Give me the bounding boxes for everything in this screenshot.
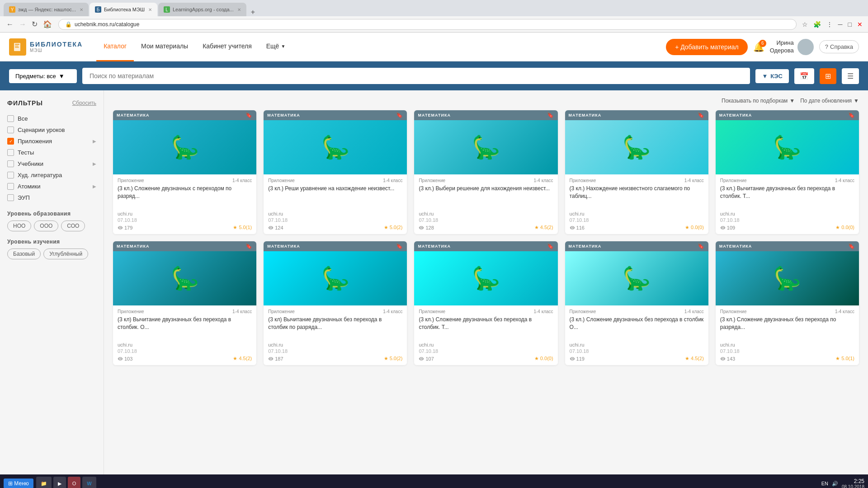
card-category-5: МАТЕМАТИКА 🔖 [113, 241, 256, 251]
filter-checkbox-eup[interactable] [7, 194, 14, 201]
tab-close-1[interactable]: ✕ [80, 7, 83, 12]
add-material-button[interactable]: + Добавить материал [666, 39, 748, 55]
sort-by-date-button[interactable]: По дате обновления ▼ [800, 98, 859, 104]
view-list-button[interactable]: ☰ [842, 68, 859, 84]
tab-close-2[interactable]: ✕ [148, 7, 152, 12]
card-category-2: МАТЕМАТИКА 🔖 [414, 110, 557, 120]
kec-filter-button[interactable]: ▼ КЭС [755, 69, 789, 83]
card-item-8[interactable]: МАТЕМАТИКА 🔖 🦕 Приложение 1-4 класс (3 к… [565, 241, 708, 365]
expand-atomiki-icon[interactable]: ▶ [93, 184, 96, 189]
bookmark-icon-4[interactable]: 🔖 [848, 112, 855, 118]
card-item-2[interactable]: МАТЕМАТИКА 🔖 🦕 Приложение 1-4 класс (3 к… [414, 110, 557, 234]
filter-item-atomiki[interactable]: Атомики ▶ [7, 181, 96, 192]
filter-item-apps[interactable]: ✓ Приложения ▶ [7, 136, 96, 147]
bookmark-icon-2[interactable]: 🔖 [547, 112, 554, 118]
filter-item-scenarios[interactable]: Сценарии уроков [7, 124, 96, 136]
card-type-7: Приложение [419, 309, 445, 314]
calendar-button[interactable]: 📅 [794, 68, 814, 84]
card-item-3[interactable]: МАТЕМАТИКА 🔖 🦕 Приложение 1-4 класс (3 к… [565, 110, 708, 234]
card-source-2: uchi.ru [419, 211, 553, 216]
card-item-7[interactable]: МАТЕМАТИКА 🔖 🦕 Приложение 1-4 класс (3 к… [414, 241, 557, 365]
card-date-1: 07.10.18 [268, 217, 402, 223]
reset-filters-button[interactable]: Сбросить [72, 100, 96, 106]
bookmark-icon-8[interactable]: 🔖 [698, 243, 705, 249]
taskbar-opera[interactable]: O [68, 477, 81, 488]
filter-checkbox-scenarios[interactable] [7, 127, 14, 133]
close-button[interactable]: ✕ [855, 20, 864, 29]
menu-button[interactable]: ⋮ [825, 20, 835, 29]
bookmark-icon-3[interactable]: 🔖 [698, 112, 705, 118]
maximize-button[interactable]: □ [846, 20, 854, 29]
nav-catalogue[interactable]: Каталог [96, 33, 134, 61]
notification-button[interactable]: 🔔 6 [753, 42, 764, 52]
browser-tab-1[interactable]: Y эжд — Яндекс: нашлос... ✕ [4, 3, 89, 16]
level-tag-basic[interactable]: Базовый [7, 249, 41, 259]
nav-more[interactable]: Ещё ▼ [259, 33, 293, 61]
home-button[interactable]: 🏠 [40, 19, 55, 29]
card-grade-1: 1-4 класс [383, 178, 402, 183]
filter-checkbox-textbooks[interactable] [7, 160, 14, 167]
filter-item-all[interactable]: Все [7, 113, 96, 124]
card-image-1: 🦕 [264, 120, 407, 174]
help-button[interactable]: ? Справка [819, 40, 859, 53]
bookmark-icon-1[interactable]: 🔖 [396, 112, 403, 118]
start-button[interactable]: ⊞ Меню [4, 479, 33, 488]
card-title-1: (3 кл.) Реши уравнение на нахождение неи… [268, 185, 402, 208]
level-tag-ooo[interactable]: ООО [34, 221, 58, 231]
filter-item-eup[interactable]: ЭУП [7, 192, 96, 203]
bookmark-icon-0[interactable]: 🔖 [245, 112, 253, 118]
card-item-0[interactable]: МАТЕМАТИКА 🔖 🦕 Приложение 1-4 класс (3 к… [113, 110, 256, 234]
address-bar[interactable]: 🔒 uchebnik.mos.ru/catalogue [58, 19, 797, 30]
card-item-4[interactable]: МАТЕМАТИКА 🔖 🦕 Приложение 1-4 класс (3 к… [716, 110, 859, 234]
card-item-1[interactable]: МАТЕМАТИКА 🔖 🦕 Приложение 1-4 класс (3 к… [264, 110, 407, 234]
card-item-9[interactable]: МАТЕМАТИКА 🔖 🦕 Приложение 1-4 класс (3 к… [716, 241, 859, 365]
minimize-button[interactable]: ─ [836, 20, 844, 29]
taskbar-media[interactable]: ▶ [53, 477, 66, 488]
tab-close-3[interactable]: ✕ [237, 7, 241, 12]
taskbar-word[interactable]: W [82, 477, 96, 488]
nav-teacher-cabinet[interactable]: Кабинет учителя [195, 33, 259, 61]
extensions-button[interactable]: 🧩 [811, 20, 823, 29]
sort-by-collection-button[interactable]: Показывать по подборкам ▼ [722, 98, 795, 104]
bookmark-icon-5[interactable]: 🔖 [245, 243, 253, 249]
filter-label-all: Все [18, 115, 96, 122]
forward-button[interactable]: → [16, 19, 29, 29]
expand-apps-icon[interactable]: ▶ [93, 139, 96, 144]
more-chevron-icon: ▼ [281, 44, 285, 49]
card-date-0: 07.10.18 [118, 217, 252, 223]
views-icon-6 [268, 356, 274, 361]
level-tag-noo[interactable]: НОО [7, 221, 31, 231]
filter-checkbox-tests[interactable] [7, 149, 14, 156]
taskbar-files[interactable]: 📁 [36, 477, 52, 488]
back-button[interactable]: ← [4, 19, 16, 29]
bookmark-icon-7[interactable]: 🔖 [547, 243, 554, 249]
search-input[interactable] [82, 68, 750, 84]
browser-tab-3[interactable]: L LearningApps.org - созда... ✕ [158, 3, 246, 16]
user-area[interactable]: ИринаОдерова [770, 39, 814, 55]
filter-checkbox-atomiki[interactable] [7, 183, 14, 190]
level-tag-advanced[interactable]: Углублённый [43, 249, 88, 259]
filter-item-tests[interactable]: Тесты [7, 147, 96, 158]
filter-item-fiction[interactable]: Худ. литература [7, 169, 96, 181]
filter-item-textbooks[interactable]: Учебники ▶ [7, 158, 96, 169]
subject-select[interactable]: Предметы: все ▼ [9, 69, 77, 83]
filter-checkbox-fiction[interactable] [7, 172, 14, 178]
browser-tab-2[interactable]: Б Библиотека МЭШ ✕ [90, 3, 157, 16]
card-source-6: uchi.ru [268, 342, 402, 347]
card-item-5[interactable]: МАТЕМАТИКА 🔖 🦕 Приложение 1-4 класс (3 к… [113, 241, 256, 365]
nav-my-materials[interactable]: Мои материалы [134, 33, 195, 61]
new-tab-button[interactable]: + [247, 8, 259, 16]
sidebar: ФИЛЬТРЫ Сбросить Все Сценарии уроков ✓ П… [0, 90, 104, 474]
filter-checkbox-all[interactable] [7, 115, 14, 122]
card-source-5: uchi.ru [118, 342, 252, 347]
bookmark-icon-9[interactable]: 🔖 [848, 243, 855, 249]
reload-button[interactable]: ↻ [29, 19, 40, 29]
bookmark-button[interactable]: ☆ [800, 20, 810, 29]
bookmark-icon-6[interactable]: 🔖 [396, 243, 403, 249]
expand-textbooks-icon[interactable]: ▶ [93, 161, 96, 166]
filter-checkbox-apps[interactable]: ✓ [7, 138, 14, 145]
view-grid-button[interactable]: ⊞ [820, 68, 836, 84]
card-emoji-2: 🦕 [472, 134, 500, 160]
level-tag-coo[interactable]: СОО [61, 221, 85, 231]
card-item-6[interactable]: МАТЕМАТИКА 🔖 🦕 Приложение 1-4 класс (3 к… [264, 241, 407, 365]
